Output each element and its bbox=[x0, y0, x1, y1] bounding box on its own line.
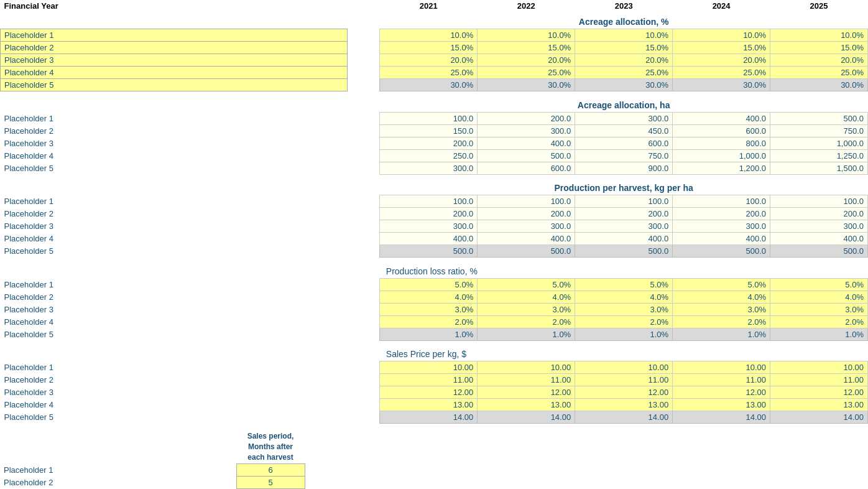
data-cell[interactable]: 4.0% bbox=[380, 291, 478, 303]
data-cell[interactable]: 13.00 bbox=[673, 399, 770, 411]
data-cell[interactable]: 5.0% bbox=[673, 278, 770, 291]
header-row: Financial Year 2021 2022 2023 2024 2025 bbox=[1, 0, 868, 13]
data-cell[interactable]: 15.0% bbox=[770, 42, 868, 54]
label-loss-3: Placeholder 3 bbox=[1, 303, 348, 315]
data-cell[interactable]: 2.0% bbox=[673, 315, 770, 328]
data-cell[interactable]: 10.0% bbox=[770, 29, 868, 42]
data-cell[interactable]: 13.00 bbox=[380, 399, 478, 411]
data-cell[interactable]: 3.0% bbox=[673, 303, 770, 315]
label-acreage-pct-1[interactable]: Placeholder 1 bbox=[1, 29, 348, 42]
data-cell[interactable]: 25.0% bbox=[770, 67, 868, 79]
data-cell: 900.0 bbox=[575, 162, 673, 174]
data-cell[interactable]: 14.00 bbox=[770, 411, 868, 424]
label-acreage-pct-4[interactable]: Placeholder 4 bbox=[1, 67, 348, 79]
gap-row bbox=[1, 258, 868, 263]
data-cell[interactable]: 30.0% bbox=[380, 79, 478, 91]
data-cell[interactable]: 20.0% bbox=[478, 54, 575, 67]
data-cell[interactable]: 5.0% bbox=[770, 278, 868, 291]
data-cell: 450.0 bbox=[575, 124, 673, 137]
data-cell[interactable]: 20.0% bbox=[770, 54, 868, 67]
data-cell[interactable]: 30.0% bbox=[575, 79, 673, 91]
data-cell[interactable]: 25.0% bbox=[673, 67, 770, 79]
data-cell[interactable]: 14.00 bbox=[478, 411, 575, 424]
data-cell[interactable]: 20.0% bbox=[380, 54, 478, 67]
sales-period-value-2[interactable]: 5 bbox=[236, 477, 305, 489]
data-cell[interactable]: 5.0% bbox=[478, 278, 575, 291]
sales-period-row-1: Placeholder 1 6 bbox=[0, 464, 868, 477]
data-cell[interactable]: 12.00 bbox=[673, 386, 770, 399]
data-cell[interactable]: 2.0% bbox=[380, 315, 478, 328]
data-cell[interactable]: 10.0% bbox=[673, 29, 770, 42]
table-row: Placeholder 5 1.0% 1.0% 1.0% 1.0% 1.0% bbox=[1, 328, 868, 340]
table-row: Placeholder 2 4.0% 4.0% 4.0% 4.0% 4.0% bbox=[1, 291, 868, 303]
table-row: Placeholder 3 3.0% 3.0% 3.0% 3.0% 3.0% bbox=[1, 303, 868, 315]
data-cell[interactable]: 11.00 bbox=[478, 374, 575, 386]
table-row: Placeholder 2 15.0% 15.0% 15.0% 15.0% 15… bbox=[1, 42, 868, 54]
data-cell[interactable]: 11.00 bbox=[380, 374, 478, 386]
label-acreage-pct-5[interactable]: Placeholder 5 bbox=[1, 79, 348, 91]
data-cell[interactable]: 10.00 bbox=[380, 361, 478, 374]
data-cell[interactable]: 14.00 bbox=[575, 411, 673, 424]
data-cell[interactable]: 30.0% bbox=[770, 79, 868, 91]
data-cell[interactable]: 4.0% bbox=[575, 291, 673, 303]
gap-row bbox=[1, 174, 868, 179]
data-cell: 200.0 bbox=[380, 137, 478, 149]
data-cell[interactable]: 12.00 bbox=[478, 386, 575, 399]
data-cell[interactable]: 20.0% bbox=[673, 54, 770, 67]
data-cell[interactable]: 2.0% bbox=[575, 315, 673, 328]
table-row: Placeholder 4 400.0 400.0 400.0 400.0 40… bbox=[1, 233, 868, 245]
table-row: Placeholder 2 150.0 300.0 450.0 600.0 75… bbox=[1, 124, 868, 137]
data-cell[interactable]: 14.00 bbox=[673, 411, 770, 424]
data-cell[interactable]: 11.00 bbox=[770, 374, 868, 386]
data-cell[interactable]: 12.00 bbox=[575, 386, 673, 399]
label-acreage-pct-2[interactable]: Placeholder 2 bbox=[1, 42, 348, 54]
data-cell[interactable]: 11.00 bbox=[575, 374, 673, 386]
data-cell[interactable]: 10.00 bbox=[575, 361, 673, 374]
data-cell[interactable]: 15.0% bbox=[478, 42, 575, 54]
data-cell: 400.0 bbox=[380, 233, 478, 245]
data-cell[interactable]: 1.0% bbox=[380, 328, 478, 340]
data-cell[interactable]: 10.0% bbox=[380, 29, 478, 42]
data-cell[interactable]: 4.0% bbox=[478, 291, 575, 303]
data-cell[interactable]: 10.00 bbox=[478, 361, 575, 374]
data-cell[interactable]: 13.00 bbox=[478, 399, 575, 411]
data-cell[interactable]: 14.00 bbox=[380, 411, 478, 424]
data-cell[interactable]: 25.0% bbox=[380, 67, 478, 79]
data-cell[interactable]: 4.0% bbox=[770, 291, 868, 303]
data-cell[interactable]: 15.0% bbox=[380, 42, 478, 54]
data-cell[interactable]: 3.0% bbox=[380, 303, 478, 315]
label-sales-1: Placeholder 1 bbox=[1, 361, 348, 374]
data-cell[interactable]: 1.0% bbox=[575, 328, 673, 340]
data-cell[interactable]: 5.0% bbox=[380, 278, 478, 291]
data-cell[interactable]: 30.0% bbox=[673, 79, 770, 91]
data-cell[interactable]: 15.0% bbox=[575, 42, 673, 54]
sales-period-value-1[interactable]: 6 bbox=[236, 464, 305, 477]
data-cell[interactable]: 10.0% bbox=[478, 29, 575, 42]
data-cell[interactable]: 2.0% bbox=[478, 315, 575, 328]
data-cell: 500.0 bbox=[575, 245, 673, 258]
data-cell[interactable]: 12.00 bbox=[380, 386, 478, 399]
data-cell[interactable]: 10.0% bbox=[575, 29, 673, 42]
data-cell[interactable]: 11.00 bbox=[673, 374, 770, 386]
data-cell[interactable]: 20.0% bbox=[575, 54, 673, 67]
data-cell[interactable]: 5.0% bbox=[575, 278, 673, 291]
data-cell[interactable]: 1.0% bbox=[770, 328, 868, 340]
data-cell[interactable]: 1.0% bbox=[478, 328, 575, 340]
label-acreage-pct-3[interactable]: Placeholder 3 bbox=[1, 54, 348, 67]
data-cell[interactable]: 10.00 bbox=[673, 361, 770, 374]
data-cell[interactable]: 25.0% bbox=[478, 67, 575, 79]
data-cell[interactable]: 2.0% bbox=[770, 315, 868, 328]
data-cell[interactable]: 1.0% bbox=[673, 328, 770, 340]
label-sp-2: Placeholder 2 bbox=[0, 477, 187, 489]
data-cell[interactable]: 3.0% bbox=[478, 303, 575, 315]
data-cell[interactable]: 3.0% bbox=[575, 303, 673, 315]
data-cell[interactable]: 12.00 bbox=[770, 386, 868, 399]
data-cell[interactable]: 15.0% bbox=[673, 42, 770, 54]
data-cell[interactable]: 4.0% bbox=[673, 291, 770, 303]
data-cell[interactable]: 13.00 bbox=[575, 399, 673, 411]
data-cell[interactable]: 3.0% bbox=[770, 303, 868, 315]
data-cell[interactable]: 25.0% bbox=[575, 67, 673, 79]
data-cell[interactable]: 10.00 bbox=[770, 361, 868, 374]
data-cell[interactable]: 13.00 bbox=[770, 399, 868, 411]
data-cell[interactable]: 30.0% bbox=[478, 79, 575, 91]
